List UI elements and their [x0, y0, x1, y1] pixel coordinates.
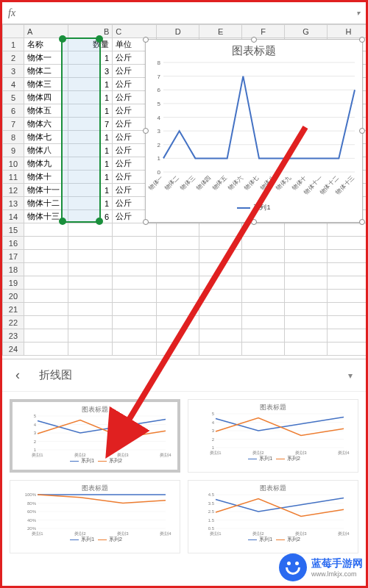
cell-B3[interactable]: 3 — [68, 65, 113, 78]
cell-A7[interactable]: 物体六 — [24, 118, 68, 131]
cell-B18[interactable] — [68, 263, 113, 276]
cell-D18[interactable] — [157, 263, 199, 276]
cell-H21[interactable] — [328, 303, 369, 316]
cell-D15[interactable] — [157, 223, 199, 237]
cell-B22[interactable] — [68, 316, 113, 329]
cell-B11[interactable]: 1 — [68, 171, 113, 184]
cell-B6[interactable]: 1 — [68, 104, 113, 118]
cell-G15[interactable] — [285, 223, 328, 237]
cell-E16[interactable] — [199, 237, 242, 250]
cell-A14[interactable]: 物体十三 — [24, 210, 68, 223]
cell-B5[interactable]: 1 — [68, 91, 113, 104]
cell-B4[interactable]: 1 — [68, 78, 113, 91]
cell-B13[interactable]: 1 — [68, 197, 113, 210]
cell-B24[interactable] — [68, 343, 113, 356]
cell-F23[interactable] — [242, 329, 285, 343]
cell-C21[interactable] — [113, 303, 157, 316]
cell-G24[interactable] — [285, 343, 328, 356]
chart-thumb-2[interactable]: 图表标题 20%40%60%80%100%类别1类别2类别3类别4 系列1 系列… — [10, 480, 180, 553]
cell-C17[interactable] — [113, 250, 157, 263]
cell-G22[interactable] — [285, 316, 328, 329]
cell-D16[interactable] — [157, 237, 199, 250]
cell-C20[interactable] — [113, 290, 157, 303]
cell-A23[interactable] — [24, 329, 68, 343]
cell-A24[interactable] — [24, 343, 68, 356]
cell-B12[interactable]: 1 — [68, 184, 113, 197]
cell-D22[interactable] — [157, 316, 199, 329]
cell-C15[interactable] — [113, 223, 157, 237]
formula-bar[interactable]: fx ▾ — [2, 2, 366, 24]
cell-E18[interactable] — [199, 263, 242, 276]
cell-D19[interactable] — [157, 276, 199, 290]
cell-B7[interactable]: 7 — [68, 118, 113, 131]
cell-A18[interactable] — [24, 263, 68, 276]
cell-H20[interactable] — [328, 290, 369, 303]
cell-C18[interactable] — [113, 263, 157, 276]
chevron-down-icon[interactable]: ▾ — [356, 9, 360, 17]
cell-A19[interactable] — [24, 276, 68, 290]
cell-A15[interactable] — [24, 223, 68, 237]
cell-E24[interactable] — [199, 343, 242, 356]
cell-B8[interactable]: 1 — [68, 131, 113, 144]
cell-E17[interactable] — [199, 250, 242, 263]
cell-A6[interactable]: 物体五 — [24, 104, 68, 118]
cell-D17[interactable] — [157, 250, 199, 263]
cell-H23[interactable] — [328, 329, 369, 343]
cell-H19[interactable] — [328, 276, 369, 290]
cell-E20[interactable] — [199, 290, 242, 303]
cell-B17[interactable] — [68, 250, 113, 263]
cell-H16[interactable] — [328, 237, 369, 250]
cell-B16[interactable] — [68, 237, 113, 250]
cell-A16[interactable] — [24, 237, 68, 250]
cell-H15[interactable] — [328, 223, 369, 237]
cell-E15[interactable] — [199, 223, 242, 237]
cell-G19[interactable] — [285, 276, 328, 290]
cell-A20[interactable] — [24, 290, 68, 303]
cell-F18[interactable] — [242, 263, 285, 276]
cell-A1[interactable]: 名称 — [24, 38, 68, 51]
cell-D20[interactable] — [157, 290, 199, 303]
cell-D21[interactable] — [157, 303, 199, 316]
cell-G23[interactable] — [285, 329, 328, 343]
cell-C19[interactable] — [113, 276, 157, 290]
cell-A5[interactable]: 物体四 — [24, 91, 68, 104]
cell-A4[interactable]: 物体三 — [24, 78, 68, 91]
cell-A21[interactable] — [24, 303, 68, 316]
cell-F22[interactable] — [242, 316, 285, 329]
cell-G18[interactable] — [285, 263, 328, 276]
cell-B20[interactable] — [68, 290, 113, 303]
cell-D23[interactable] — [157, 329, 199, 343]
cell-H18[interactable] — [328, 263, 369, 276]
cell-H24[interactable] — [328, 343, 369, 356]
cell-C24[interactable] — [113, 343, 157, 356]
cell-B14[interactable]: 6 — [68, 210, 113, 223]
cell-E19[interactable] — [199, 276, 242, 290]
chart-thumb-1[interactable]: 图表标题 12345类别1类别2类别3类别4 系列1 系列2 — [188, 399, 358, 473]
cell-A17[interactable] — [24, 250, 68, 263]
cell-A22[interactable] — [24, 316, 68, 329]
cell-F21[interactable] — [242, 303, 285, 316]
embedded-chart[interactable]: 图表标题 012345678物体一物体二物体三物体四物体五物体六物体七物体八物体… — [145, 39, 363, 223]
cell-F20[interactable] — [242, 290, 285, 303]
cell-F15[interactable] — [242, 223, 285, 237]
cell-B19[interactable] — [68, 276, 113, 290]
cell-A9[interactable]: 物体八 — [24, 144, 68, 157]
cell-E23[interactable] — [199, 329, 242, 343]
chart-thumb-0[interactable]: 图表标题 12345类别1类别2类别3类别4 系列1 系列2 — [10, 399, 180, 473]
cell-F24[interactable] — [242, 343, 285, 356]
cell-H22[interactable] — [328, 316, 369, 329]
cell-G21[interactable] — [285, 303, 328, 316]
cell-B23[interactable] — [68, 329, 113, 343]
cell-E21[interactable] — [199, 303, 242, 316]
cell-C22[interactable] — [113, 316, 157, 329]
cell-A10[interactable]: 物体九 — [24, 157, 68, 171]
cell-B2[interactable]: 1 — [68, 51, 113, 65]
cell-A3[interactable]: 物体二 — [24, 65, 68, 78]
cell-E22[interactable] — [199, 316, 242, 329]
cell-A8[interactable]: 物体七 — [24, 131, 68, 144]
panel-chevron-down-icon[interactable]: ▾ — [339, 370, 361, 381]
cell-C23[interactable] — [113, 329, 157, 343]
cell-A13[interactable]: 物体十二 — [24, 197, 68, 210]
cell-B10[interactable]: 1 — [68, 157, 113, 171]
cell-F17[interactable] — [242, 250, 285, 263]
